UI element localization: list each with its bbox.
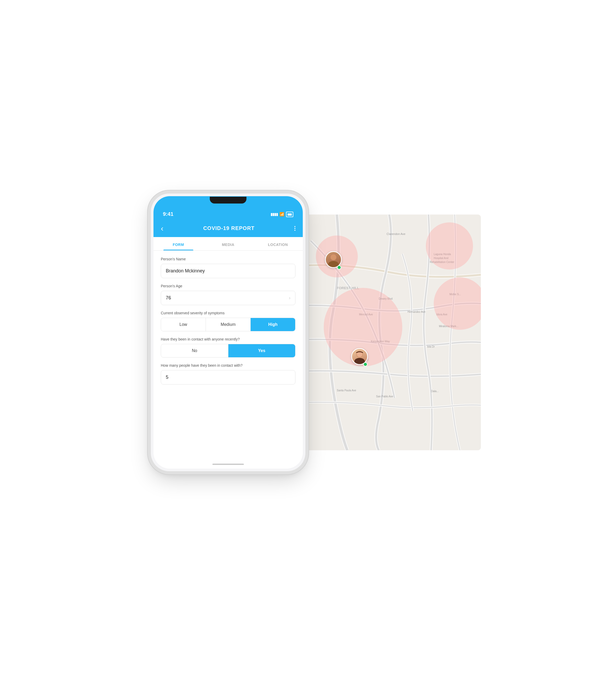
wifi-icon: 📶: [280, 212, 285, 217]
phone-frame: 9:41 ▮▮▮▮ 📶 ‹ COVID-19 REPORT: [151, 194, 305, 471]
tab-media[interactable]: MEDIA: [203, 242, 253, 250]
avatar-2-status-dot: [363, 362, 368, 366]
input-persons-name[interactable]: Brandon Mckinney: [161, 264, 295, 278]
pin-2-group: [351, 348, 368, 365]
more-menu-button[interactable]: [294, 226, 295, 231]
svg-text:Clarendon Ave: Clarendon Ave: [387, 232, 405, 235]
contact-yes-btn[interactable]: Yes: [228, 344, 295, 357]
label-contact: Have they been in contact with anyone re…: [161, 337, 295, 341]
scene: Clarendon Ave Laguna Honda Hospital And …: [151, 194, 465, 482]
phone-screen: 9:41 ▮▮▮▮ 📶 ‹ COVID-19 REPORT: [153, 196, 303, 469]
signal-icon: ▮▮▮▮: [271, 212, 278, 216]
field-contact-count: How many people have they been in contac…: [161, 363, 295, 384]
input-contact-count-value: 5: [166, 375, 168, 380]
app-header: ‹ COVID-19 REPORT: [153, 220, 303, 237]
home-indicator: [212, 464, 244, 465]
tab-location[interactable]: LOCATION: [253, 242, 303, 250]
svg-text:lola Dr: lola Dr: [427, 345, 435, 348]
input-contact-count[interactable]: 5: [161, 370, 295, 384]
svg-text:San Pablo Ave: San Pablo Ave: [376, 395, 393, 398]
status-bar: 9:41 ▮▮▮▮ 📶: [153, 204, 303, 220]
svg-text:Hernandez Ave: Hernandez Ave: [407, 310, 426, 313]
field-contact: Have they been in contact with anyone re…: [161, 337, 295, 358]
contact-no-btn[interactable]: No: [161, 344, 228, 357]
notch-area: [153, 196, 303, 204]
field-persons-age: Person's Age 76 ›: [161, 284, 295, 305]
more-dot-3: [294, 230, 295, 231]
severity-high-btn[interactable]: High: [251, 318, 295, 331]
infection-circle-1: [426, 222, 473, 270]
svg-text:Santa Paula Ave: Santa Paula Ave: [337, 389, 356, 392]
input-persons-age[interactable]: 76 ›: [161, 291, 295, 305]
contact-segmented: No Yes: [161, 344, 295, 358]
tab-bar: FORM MEDIA LOCATION: [153, 237, 303, 251]
input-persons-age-value: 76: [166, 295, 171, 301]
notch: [210, 197, 246, 204]
input-persons-name-value: Brandon Mckinney: [166, 268, 205, 274]
severity-segmented: Low Medium High: [161, 318, 295, 331]
status-icons: ▮▮▮▮ 📶: [271, 212, 293, 217]
form-content: Person's Name Brandon Mckinney Person's …: [153, 251, 303, 469]
more-dot-2: [294, 228, 295, 229]
back-button[interactable]: ‹: [161, 224, 163, 233]
label-contact-count: How many people have they been in contac…: [161, 363, 295, 368]
status-time: 9:41: [163, 211, 173, 217]
field-persons-name: Person's Name Brandon Mckinney: [161, 257, 295, 278]
label-severity: Current observed severity of symptoms: [161, 311, 295, 315]
avatar-1-status-dot: [337, 265, 341, 270]
map-background: Clarendon Ave Laguna Honda Hospital And …: [285, 215, 481, 450]
field-severity: Current observed severity of symptoms Lo…: [161, 311, 295, 331]
header-title: COVID-19 REPORT: [203, 225, 254, 231]
tab-form[interactable]: FORM: [153, 242, 203, 250]
pin-1-group: [325, 251, 342, 268]
battery-icon: [286, 212, 293, 217]
more-dot-1: [294, 226, 295, 227]
label-persons-age: Person's Age: [161, 284, 295, 288]
label-persons-name: Person's Name: [161, 257, 295, 261]
chevron-right-icon: ›: [289, 295, 291, 301]
svg-point-20: [330, 254, 336, 260]
severity-low-btn[interactable]: Low: [161, 318, 206, 331]
severity-medium-btn[interactable]: Medium: [206, 318, 251, 331]
svg-text:Dala...: Dala...: [431, 390, 439, 393]
